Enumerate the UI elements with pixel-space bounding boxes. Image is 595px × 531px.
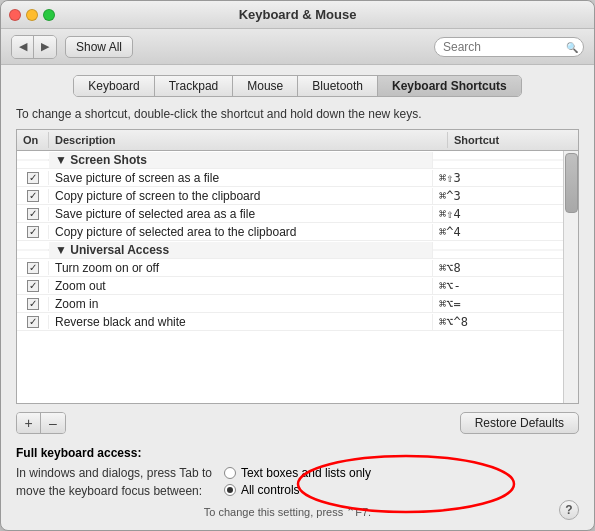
instructions: To change a shortcut, double-click the s… <box>16 107 579 121</box>
row-shortcut: ⌘⌥= <box>433 296 563 312</box>
help-button[interactable]: ? <box>559 500 579 520</box>
minimize-button[interactable] <box>26 9 38 21</box>
row-description[interactable]: Reverse black and white <box>49 314 433 330</box>
maximize-button[interactable] <box>43 9 55 21</box>
restore-defaults-button[interactable]: Restore Defaults <box>460 412 579 434</box>
window: Keyboard & Mouse ◀ ▶ Show All 🔍 Keyboard… <box>0 0 595 531</box>
table-row: ✓ Save picture of screen as a file ⌘⇧3 <box>17 169 563 187</box>
window-title: Keyboard & Mouse <box>239 7 357 22</box>
radio-row-all-controls: All controls <box>224 483 371 497</box>
row-shortcut: ⌘⇧3 <box>433 170 563 186</box>
scrollbar[interactable] <box>563 151 578 403</box>
search-icon: 🔍 <box>566 41 578 52</box>
row-description[interactable]: Zoom out <box>49 278 433 294</box>
table-header: On Description Shortcut <box>17 130 578 151</box>
row-description[interactable]: Save picture of selected area as a file <box>49 206 433 222</box>
keyboard-access-body: In windows and dialogs, press Tab tomove… <box>16 464 579 500</box>
bottom-hint: To change this setting, press ⌃F7. <box>16 506 559 519</box>
add-remove-buttons: + – <box>16 412 66 434</box>
col-header-on: On <box>17 132 49 148</box>
table-row: ✓ Copy picture of selected area to the c… <box>17 223 563 241</box>
row-description[interactable]: Zoom in <box>49 296 433 312</box>
table-row: ✓ Turn zoom on or off ⌘⌥8 <box>17 259 563 277</box>
scrollbar-thumb[interactable] <box>565 153 578 213</box>
row-checkbox[interactable]: ✓ <box>17 225 49 239</box>
tab-bluetooth[interactable]: Bluetooth <box>298 76 378 96</box>
row-shortcut: ⌘^3 <box>433 188 563 204</box>
row-checkbox <box>17 159 49 161</box>
row-description[interactable]: Copy picture of selected area to the cli… <box>49 224 433 240</box>
search-wrapper: 🔍 <box>434 37 584 57</box>
traffic-lights <box>9 9 55 21</box>
row-checkbox[interactable]: ✓ <box>17 297 49 311</box>
table-row: ▼ Universal Access <box>17 241 563 259</box>
nav-forward-button[interactable]: ▶ <box>34 36 56 58</box>
tab-mouse[interactable]: Mouse <box>233 76 298 96</box>
row-shortcut: ⌘⌥8 <box>433 260 563 276</box>
bottom-hint-row: To change this setting, press ⌃F7. ? <box>16 500 579 520</box>
bottom-toolbar: + – Restore Defaults <box>16 412 579 434</box>
row-description[interactable]: Save picture of screen as a file <box>49 170 433 186</box>
table-row: ▼ Screen Shots <box>17 151 563 169</box>
radio-all-controls-label: All controls <box>241 483 300 497</box>
radio-text-boxes[interactable] <box>224 467 236 479</box>
tabs: Keyboard Trackpad Mouse Bluetooth Keyboa… <box>16 75 579 97</box>
search-input[interactable] <box>434 37 584 57</box>
table-row: ✓ Zoom in ⌘⌥= <box>17 295 563 313</box>
row-checkbox[interactable]: ✓ <box>17 315 49 329</box>
radio-all-controls[interactable] <box>224 484 236 496</box>
row-checkbox[interactable]: ✓ <box>17 189 49 203</box>
shortcuts-table: On Description Shortcut ▼ Screen Shots ✓… <box>16 129 579 404</box>
tab-trackpad[interactable]: Trackpad <box>155 76 234 96</box>
close-button[interactable] <box>9 9 21 21</box>
titlebar: Keyboard & Mouse <box>1 1 594 29</box>
toolbar: ◀ ▶ Show All 🔍 <box>1 29 594 65</box>
row-description[interactable]: Copy picture of screen to the clipboard <box>49 188 433 204</box>
tab-container: Keyboard Trackpad Mouse Bluetooth Keyboa… <box>73 75 521 97</box>
radio-options: Text boxes and lists only All controls <box>224 466 371 500</box>
remove-button[interactable]: – <box>41 413 65 433</box>
table-row: ✓ Save picture of selected area as a fil… <box>17 205 563 223</box>
tab-keyboard[interactable]: Keyboard <box>74 76 154 96</box>
keyboard-access-description: In windows and dialogs, press Tab tomove… <box>16 464 212 500</box>
row-shortcut: ⌘⌥^8 <box>433 314 563 330</box>
tab-keyboard-shortcuts[interactable]: Keyboard Shortcuts <box>378 76 521 96</box>
row-description[interactable]: Turn zoom on or off <box>49 260 433 276</box>
col-header-shortcut: Shortcut <box>448 132 578 148</box>
radio-row-text-boxes: Text boxes and lists only <box>224 466 371 480</box>
table-row: ✓ Copy picture of screen to the clipboar… <box>17 187 563 205</box>
row-shortcut: ⌘⌥- <box>433 278 563 294</box>
show-all-button[interactable]: Show All <box>65 36 133 58</box>
row-checkbox[interactable]: ✓ <box>17 261 49 275</box>
row-checkbox[interactable]: ✓ <box>17 171 49 185</box>
row-shortcut: ⌘^4 <box>433 224 563 240</box>
table-row: ✓ Reverse black and white ⌘⌥^8 <box>17 313 563 331</box>
keyboard-access-title: Full keyboard access: <box>16 446 579 460</box>
col-header-description: Description <box>49 132 448 148</box>
row-description: ▼ Screen Shots <box>49 152 433 168</box>
row-checkbox[interactable]: ✓ <box>17 279 49 293</box>
keyboard-access-section: Full keyboard access: In windows and dia… <box>16 446 579 520</box>
nav-buttons: ◀ ▶ <box>11 35 57 59</box>
table-body: ▼ Screen Shots ✓ Save picture of screen … <box>17 151 578 403</box>
add-button[interactable]: + <box>17 413 41 433</box>
table-row: ✓ Zoom out ⌘⌥- <box>17 277 563 295</box>
row-description: ▼ Universal Access <box>49 242 433 258</box>
row-checkbox[interactable]: ✓ <box>17 207 49 221</box>
row-shortcut <box>433 159 563 161</box>
row-shortcut: ⌘⇧4 <box>433 206 563 222</box>
table-rows: ▼ Screen Shots ✓ Save picture of screen … <box>17 151 578 331</box>
radio-text-boxes-label: Text boxes and lists only <box>241 466 371 480</box>
row-checkbox <box>17 249 49 251</box>
nav-back-button[interactable]: ◀ <box>12 36 34 58</box>
content: Keyboard Trackpad Mouse Bluetooth Keyboa… <box>1 65 594 530</box>
row-shortcut <box>433 249 563 251</box>
